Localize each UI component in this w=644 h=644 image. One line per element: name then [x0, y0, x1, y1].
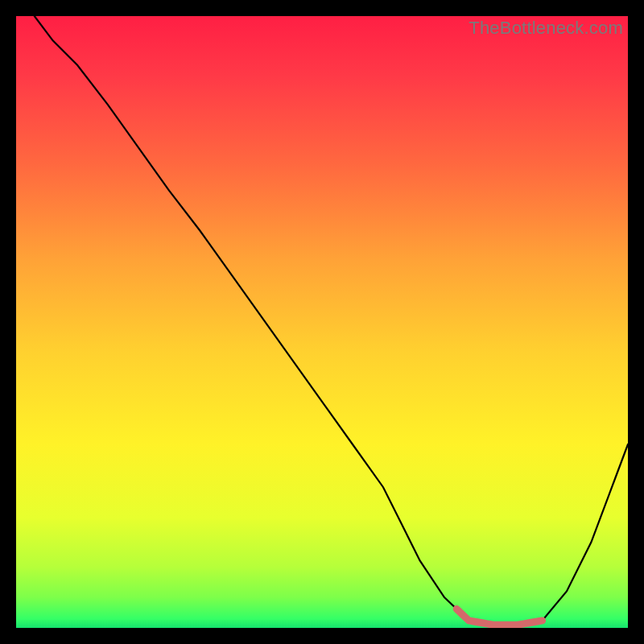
- gradient-background: [16, 16, 628, 628]
- watermark-text: TheBottleneck.com: [469, 18, 623, 39]
- bottleneck-chart: [16, 16, 628, 628]
- chart-frame: TheBottleneck.com: [16, 16, 628, 628]
